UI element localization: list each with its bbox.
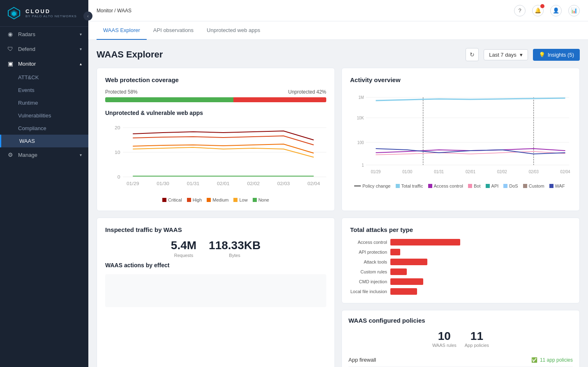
policy-row-firewall: App firewall ✅ 11 app policies — [348, 353, 573, 367]
waas-rules-label: WAAS rules — [432, 343, 457, 348]
legend-access-control: Access control — [428, 184, 463, 188]
monitor-icon: ▣ — [7, 60, 14, 67]
logo-icon — [7, 6, 21, 21]
page-header: WAAS Explorer ↻ Last 7 days ▾ 💡 Insights… — [97, 48, 580, 61]
svg-text:1: 1 — [362, 163, 364, 167]
bar-label-api: API protection — [350, 250, 387, 255]
low-color — [233, 198, 238, 202]
total-attacks-card: Total attacks per type Access control AP… — [341, 218, 580, 303]
protected-label: Protected 58% — [105, 89, 138, 95]
svg-text:01/29: 01/29 — [371, 170, 380, 174]
insights-icon: 💡 — [539, 52, 545, 58]
bar-label-custom: Custom rules — [350, 269, 387, 274]
time-selector[interactable]: Last 7 days ▾ — [484, 49, 528, 60]
sidebar-item-defend[interactable]: 🛡 Defend ▾ — [0, 41, 88, 56]
chevron-down-icon: ▾ — [80, 47, 82, 51]
topbar: Monitor / WAAS ? 🔔 👤 📊 — [88, 0, 588, 21]
app-policies-value: 11 — [465, 330, 489, 343]
refresh-button[interactable]: ↻ — [466, 48, 479, 61]
coverage-labels: Protected 58% Unprotected 42% — [105, 89, 326, 95]
chart-button[interactable]: 📊 — [568, 5, 580, 16]
notification-badge — [540, 4, 544, 8]
bot-color — [468, 184, 472, 188]
firewall-check: ✅ 11 app policies — [531, 357, 573, 363]
unprotected-legend: Critical High Medium Low — [105, 197, 326, 202]
sidebar-item-waas[interactable]: WAAS — [0, 135, 88, 147]
high-color — [187, 198, 191, 202]
bytes-value: 118.33KB — [209, 239, 261, 252]
bar-row-lfi: Local file inclusion — [350, 288, 571, 295]
topbar-icons: ? 🔔 👤 📊 — [514, 5, 580, 16]
svg-text:02/04: 02/04 — [307, 181, 320, 186]
legend-waf: WAF — [549, 184, 565, 188]
activity-svg: 1M 10K 100 1 01/29 01/30 01/31 02/01 02/… — [350, 89, 571, 179]
traffic-stats: 5.4M Requests 118.33KB Bytes — [105, 239, 326, 258]
bytes-label: Bytes — [209, 253, 261, 258]
bar-label-access: Access control — [350, 240, 387, 245]
svg-text:02/03: 02/03 — [529, 170, 539, 174]
legend-bot: Bot — [468, 184, 481, 188]
web-protection-card: Web protection coverage Protected 58% Un… — [97, 68, 335, 211]
bar-label-cmd: CMD injection — [350, 279, 387, 284]
svg-text:10K: 10K — [357, 116, 364, 120]
bar-row-cmd: CMD injection — [350, 278, 571, 285]
svg-text:01/30: 01/30 — [402, 170, 413, 174]
actions-chart-placeholder — [105, 274, 326, 307]
sidebar-item-runtime[interactable]: Runtime — [0, 96, 88, 109]
bar-label-tools: Attack tools — [350, 259, 387, 264]
legend-dos: DoS — [503, 184, 518, 188]
policies-stats: 10 WAAS rules 11 App policies — [348, 330, 573, 348]
svg-text:01/30: 01/30 — [157, 181, 169, 186]
requests-stat: 5.4M Requests — [171, 239, 196, 258]
waas-policies-card: WAAS configured policies 10 WAAS rules 1… — [341, 310, 580, 367]
logo: CLOUD BY PALO ALTO NETWORKS — [0, 0, 88, 27]
legend-high: High — [187, 197, 202, 202]
user-button[interactable]: 👤 — [550, 5, 562, 16]
critical-color — [162, 198, 166, 202]
none-color — [253, 198, 257, 202]
legend-policy-change: Policy change — [354, 184, 391, 188]
tab-unprotected-apps[interactable]: Unprotected web apps — [200, 21, 267, 40]
bar-row-tools: Attack tools — [350, 259, 571, 265]
svg-text:02/02: 02/02 — [247, 181, 260, 186]
sidebar-item-manage[interactable]: ⚙ Manage ▾ — [0, 147, 88, 162]
radars-icon: ◉ — [7, 31, 14, 37]
waas-rules: 10 WAAS rules — [432, 330, 457, 348]
notifications-button[interactable]: 🔔 — [532, 5, 544, 16]
bar-fill-lfi — [390, 288, 417, 295]
activity-chart: 1M 10K 100 1 01/29 01/30 01/31 02/01 02/… — [350, 89, 571, 179]
svg-text:02/01: 02/01 — [217, 181, 230, 186]
sidebar-item-radars[interactable]: ◉ Radars ▾ — [0, 27, 88, 41]
help-button[interactable]: ? — [514, 5, 526, 16]
sidebar-item-monitor[interactable]: ▣ Monitor ▴ — [0, 56, 88, 71]
tab-waas-explorer[interactable]: WAAS Explorer — [97, 21, 147, 40]
chevron-down-icon: ▾ — [80, 32, 82, 37]
sidebar-item-vulnerabilities[interactable]: Vulnerabilities — [0, 109, 88, 122]
sidebar-item-compliance[interactable]: Compliance — [0, 122, 88, 135]
defend-icon: 🛡 — [7, 46, 14, 52]
unprotected-chart: 20 10 0 01/29 01/30 01/31 02/01 02/02 02… — [105, 119, 326, 193]
legend-custom: Custom — [523, 184, 544, 188]
access-control-color — [428, 184, 432, 188]
unprotected-label: Unprotected 42% — [288, 89, 326, 95]
sidebar-item-events[interactable]: Events — [0, 84, 88, 96]
insights-button[interactable]: 💡 Insights (5) — [533, 49, 580, 61]
app-policies-label: App policies — [465, 343, 489, 348]
attacks-bar-chart: Access control API protection Attack too… — [350, 239, 571, 295]
tab-bar: WAAS Explorer API observations Unprotect… — [88, 21, 588, 40]
svg-text:100: 100 — [357, 140, 364, 145]
waas-rules-value: 10 — [432, 330, 457, 343]
legend-api: API — [486, 184, 499, 188]
svg-text:02/01: 02/01 — [466, 170, 475, 174]
bar-fill-custom — [390, 268, 407, 275]
tab-api-observations[interactable]: API observations — [147, 21, 200, 40]
bar-label-lfi: Local file inclusion — [350, 289, 387, 294]
bar-row-custom: Custom rules — [350, 268, 571, 275]
coverage-bar-wrap: Protected 58% Unprotected 42% — [105, 89, 326, 102]
sidebar-item-attck[interactable]: ATT&CK — [0, 71, 88, 84]
sidebar-collapse-button[interactable]: ‹ — [83, 11, 92, 21]
bottom-cards-row: Inspected traffic by WAAS 5.4M Requests … — [97, 218, 580, 367]
legend-none: None — [253, 197, 269, 202]
svg-text:0: 0 — [118, 175, 120, 179]
svg-text:01/29: 01/29 — [127, 181, 139, 186]
